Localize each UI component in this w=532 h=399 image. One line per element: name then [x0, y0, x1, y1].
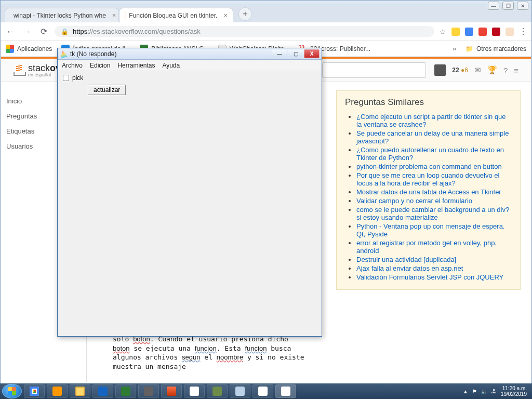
new-tab-button[interactable]: + [238, 7, 252, 21]
chrome-icon [30, 387, 39, 396]
similar-question-link[interactable]: ¿Como ejecuto un script a partir de tkin… [356, 113, 506, 128]
tray-show-hidden-icon[interactable]: ▲ [463, 389, 468, 394]
tray-clock[interactable]: 11:20 a.m. 19/02/2019 [501, 385, 527, 397]
similar-question-link[interactable]: error al registrar por metodo get en vol… [356, 239, 497, 255]
similar-question-item: Ajax falla al enviar datos en asp.net [356, 264, 512, 272]
similar-question-item: Se puede cancelar un delay de una manera… [356, 129, 512, 145]
similar-question-link[interactable]: python-tkinter problema con command en b… [356, 163, 502, 170]
similar-questions-panel: Preguntas Similares ¿Como ejecuto un scr… [336, 90, 521, 290]
task-app-green[interactable] [115, 384, 136, 398]
app-icon [144, 387, 153, 396]
apps-icon [6, 45, 14, 53]
back-button[interactable]: ← [5, 26, 16, 37]
similar-question-link[interactable]: Por que se me crea un loop cuando devuel… [356, 171, 499, 187]
python-icon [281, 387, 290, 396]
reload-button[interactable]: ⟳ [38, 26, 49, 37]
similar-question-link[interactable]: Destruir una actividad [duplicada] [356, 256, 456, 263]
similar-question-link[interactable]: Validar campo y no cerrar el formulario [356, 197, 472, 205]
tk-feather-icon [59, 49, 68, 58]
avatar[interactable] [434, 64, 446, 76]
stackoverflow-icon [125, 12, 126, 19]
similar-question-item: ¿Como ejecuto un script a partir de tkin… [356, 113, 512, 128]
tk-titlebar[interactable]: tk (No responde) — ▢ X [58, 48, 322, 60]
tk-checkbox-pick[interactable]: pick [63, 74, 316, 82]
forward-button[interactable]: → [21, 26, 33, 37]
hxd-icon [190, 387, 199, 396]
app-icon [167, 387, 176, 396]
system-tray: ▲ ⚑ 🔈 🖧 11:20 a.m. 19/02/2019 [463, 385, 530, 397]
similar-question-item: Python - Ventana pop up con mensaje de e… [356, 222, 512, 238]
similar-question-link[interactable]: Mostrar datos de una tabla de Access en … [356, 188, 501, 196]
close-button[interactable]: ✕ [517, 2, 528, 10]
task-hxd[interactable] [184, 384, 205, 398]
similar-question-link[interactable]: Validación Formularios Servlet JSP con J… [356, 273, 503, 281]
tk-menu-herramientas[interactable]: Herramientas [117, 62, 155, 69]
site-switcher-icon[interactable]: ≡ [514, 66, 518, 75]
puffin-icon [258, 387, 268, 396]
task-app-orange[interactable] [161, 384, 182, 398]
similar-question-item: ¿Como puedo autorellenar un cuadro de te… [356, 146, 512, 162]
tray-action-center-icon[interactable]: ⚑ [472, 389, 477, 394]
extension-python-icon[interactable] [451, 28, 460, 36]
extension-translate-icon[interactable] [465, 28, 473, 36]
similar-question-link[interactable]: Python - Ventana pop up con mensaje de e… [356, 222, 504, 238]
minimize-button[interactable]: — [488, 2, 499, 10]
browser-tabstrip: winapi - Tkinter locks Python whe × Func… [1, 5, 531, 22]
task-sublime[interactable] [47, 384, 68, 398]
task-keyboard[interactable] [230, 384, 250, 398]
achievements-icon[interactable]: 🏆 [487, 65, 497, 75]
task-app-audacity[interactable] [138, 384, 159, 398]
extension-avatar-icon[interactable] [506, 28, 514, 36]
extension-red-icon[interactable] [478, 28, 487, 36]
task-python[interactable] [275, 384, 296, 398]
so-logo-icon [14, 64, 25, 76]
extension-pinterest-icon[interactable] [492, 28, 500, 36]
similar-question-item: Por que se me crea un loop cuando devuel… [356, 171, 512, 187]
extension-icons [451, 28, 514, 36]
tab-close-icon[interactable]: × [112, 11, 116, 19]
task-puffin[interactable] [252, 384, 273, 398]
similar-question-link[interactable]: Ajax falla al enviar datos en asp.net [356, 264, 463, 272]
inbox-icon[interactable]: ✉ [474, 65, 481, 75]
so-user-area: 22 ●6 ✉ 🏆 ? ≡ [434, 64, 518, 76]
similar-question-item: Destruir una actividad [duplicada] [356, 256, 512, 263]
tk-actualizar-button[interactable]: actualizar [88, 85, 126, 95]
tab-close-icon[interactable]: × [223, 11, 228, 19]
sublime-icon [52, 387, 62, 396]
apps-button[interactable]: Aplicaciones [6, 45, 52, 53]
lock-icon: 🔒 [61, 28, 69, 35]
tk-window[interactable]: tk (No responde) — ▢ X Archivo Edicion H… [57, 48, 322, 337]
maximize-button[interactable]: ❐ [502, 2, 514, 10]
similar-question-link[interactable]: Se puede cancelar un delay de una manera… [356, 129, 509, 145]
windows-taskbar: ▲ ⚑ 🔈 🖧 11:20 a.m. 19/02/2019 [0, 383, 532, 399]
tk-menu-edicion[interactable]: Edicion [90, 62, 110, 69]
address-bar[interactable]: 🔒 https://es.stackoverflow.com/questions… [55, 26, 434, 37]
chrome-menu-button[interactable]: ⋮ [519, 26, 527, 36]
tray-network-icon[interactable]: 🖧 [491, 389, 497, 394]
start-button[interactable] [2, 384, 22, 398]
tk-menu-archivo[interactable]: Archivo [62, 62, 83, 69]
tk-title-text: tk (No responde) [70, 50, 116, 58]
checkbox-icon [63, 75, 69, 81]
task-chrome[interactable] [24, 384, 45, 398]
task-explorer[interactable] [70, 384, 90, 398]
bookmark-star-icon[interactable]: ☆ [440, 28, 446, 36]
tk-maximize-button[interactable]: ▢ [288, 49, 303, 58]
tab-1[interactable]: Función Bloquea GUI en tkinter. × [119, 8, 233, 23]
tab-0[interactable]: winapi - Tkinter locks Python whe × [5, 8, 119, 22]
similar-question-item: Validar campo y no cerrar el formulario [356, 197, 512, 205]
tk-minimize-button[interactable]: — [272, 49, 287, 58]
task-app-blue[interactable] [92, 384, 113, 398]
similar-question-item: como se le puede cambiar el background a… [356, 206, 512, 221]
similar-question-link[interactable]: como se le puede cambiar el background a… [356, 206, 509, 221]
task-minecraft[interactable] [207, 384, 228, 398]
tk-menu-ayuda[interactable]: Ayuda [162, 62, 180, 69]
similar-question-link[interactable]: ¿Como puedo autorellenar un cuadro de te… [356, 146, 504, 162]
similar-question-item: error al registrar por metodo get en vol… [356, 239, 512, 255]
bookmarks-overflow-button[interactable]: » [453, 45, 456, 52]
so-search-input[interactable] [322, 62, 426, 78]
tk-close-button[interactable]: X [304, 49, 320, 58]
other-bookmarks-button[interactable]: 📁Otros marcadores [466, 45, 526, 52]
help-icon[interactable]: ? [503, 66, 508, 75]
tray-volume-icon[interactable]: 🔈 [481, 389, 487, 394]
